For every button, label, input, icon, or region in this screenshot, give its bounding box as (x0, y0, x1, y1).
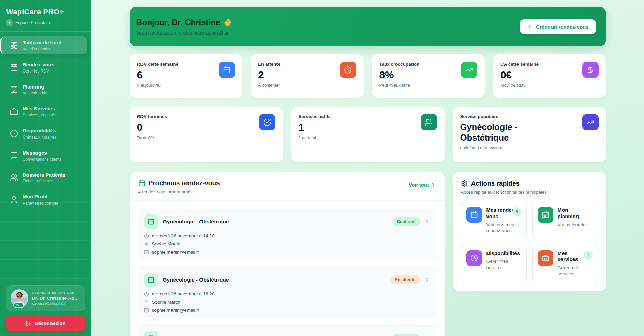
stat-sub: undefined réservations (460, 146, 549, 150)
stat-sub: 0 aujourd'hui (137, 83, 179, 88)
stat-sub: Taux: 0% (137, 135, 167, 140)
sidebar-item-mon-profil[interactable]: Mon ProfilParamètres compte (6, 191, 85, 209)
app-logo: WapiCare PRO+ + Espace Prestataire (6, 7, 85, 26)
mail-icon (144, 308, 149, 313)
stat-label: CA cette semaine (500, 62, 539, 67)
doctor-badge: Dr. (13, 302, 24, 308)
appointment-service: Gynécologie - Obstétrique (163, 277, 391, 283)
stat-value: 2 (258, 69, 280, 81)
stat-value: 6 (137, 69, 179, 81)
nav-label: Rendez-vous (23, 62, 54, 68)
create-appointment-button[interactable]: Créer un rendez-vous (520, 19, 596, 34)
chevron-right-icon (424, 277, 430, 283)
main-content: Bonjour, Dr. Christine Vous n'avez aucun… (91, 0, 644, 336)
sidebar-item-rendez-vous[interactable]: Rendez-vousGérer les RDV (6, 59, 85, 77)
stat-card-services-actifs: Services actifs 1 1 au total (291, 107, 445, 162)
quick-actions-title: Actions rapides (471, 180, 520, 187)
nav-sublabel: Paramètres compte (23, 201, 58, 206)
sidebar-item-planning[interactable]: PlanningVue calendrier (6, 81, 85, 99)
calendar-icon (144, 331, 158, 336)
appointments-list: Gynécologie - Obstétrique Confirmé mercr… (130, 201, 445, 336)
quick-action-subtitle: Vue calendrier (558, 222, 589, 228)
quick-actions-grid: Mes rendez-vousVoir tous mes rendez-vous… (461, 202, 598, 282)
stat-label: En attente (258, 62, 280, 67)
count-badge: 6 (512, 207, 522, 217)
appointments-subtitle: 4 rendez-vous programmés (138, 189, 220, 194)
appointment-patient: Sophie Martin (152, 241, 180, 246)
stats-row-2: RDV terminés 0 Taux: 0% Services actifs … (130, 107, 606, 162)
appointment-datetime: mercredi 26 novembre à 16:20 (152, 291, 215, 297)
sidebar-item-dossiers-patients[interactable]: Dossiers PatientsFiches médicales (6, 169, 85, 187)
logo-plus: + (60, 7, 64, 16)
chevron-right-icon (430, 182, 436, 188)
trending-up-icon (461, 62, 477, 78)
nav-label: Tableau de bord (23, 39, 62, 46)
workspace-plus-icon: + (6, 19, 13, 26)
appointment-item[interactable]: Gynécologie - Obstétrique En attente mer… (138, 267, 436, 318)
dashboard-icon (10, 41, 18, 49)
check-circle-icon (259, 114, 275, 130)
quick-action-mon-planning[interactable]: Mon planningVue calendrier (532, 202, 598, 239)
wave-emoji-icon (222, 17, 233, 28)
stat-label: RDV terminés (137, 114, 167, 119)
calendar-icon (219, 62, 235, 78)
clock-icon (466, 250, 482, 266)
trending-up-icon (582, 114, 599, 130)
users-icon (10, 174, 18, 182)
logout-button[interactable]: Déconnexion (6, 316, 85, 331)
nav-sublabel: Fiches médicales (23, 179, 65, 183)
sidebar-item-disponibilites[interactable]: DisponibilitésCréneaux horaires (6, 125, 85, 143)
briefcase-icon (538, 250, 553, 266)
users-icon (421, 114, 437, 130)
quick-action-mes-rendez-vous[interactable]: Mes rendez-vousVoir tous mes rendez-vous… (461, 202, 527, 239)
calendar-icon (144, 273, 158, 287)
status-badge: Confirmé (392, 334, 420, 336)
user-icon (144, 300, 149, 305)
quick-action-mes-services[interactable]: Mes servicesGérer mes services 1 (532, 245, 598, 283)
quick-action-subtitle: Voir tous mes rendez-vous (486, 222, 521, 234)
user-name: Dr. Dr. Christine Rou... (32, 295, 81, 301)
nav-sublabel: Vue d'ensemble (23, 47, 62, 51)
user-icon (10, 196, 18, 204)
count-badge: 1 (584, 251, 593, 260)
appointment-item[interactable]: Gynécologie - Obstétrique Confirmé (138, 325, 436, 336)
status-badge: En attente (390, 275, 420, 284)
dollar-icon (582, 62, 599, 78)
appointment-item[interactable]: Gynécologie - Obstétrique Confirmé mercr… (138, 209, 436, 260)
stat-card-taux-occupation: Taux d'occupation 8% Peut mieux faire (372, 54, 485, 98)
greeting-banner: Bonjour, Dr. Christine Vous n'avez aucun… (130, 7, 606, 46)
quick-action-title: Disponibilités (486, 250, 518, 257)
calendar-icon (138, 180, 145, 187)
appointment-email: sophie.martin@email.fr (152, 250, 199, 255)
stats-row-1: RDV cette semaine 6 0 aujourd'hui En att… (130, 54, 606, 98)
stat-sub: 1 au total (299, 135, 331, 140)
greeting-text: Bonjour, Dr. Christine (136, 18, 221, 27)
connected-as-label: CONNECTÉ EN TANT QUE (32, 291, 81, 294)
workspace-label: Espace Prestataire (15, 20, 51, 25)
nav-sublabel: Créneaux horaires (23, 135, 56, 140)
sidebar-item-mes-services[interactable]: Mes ServicesServices proposés (6, 102, 85, 121)
nav-sublabel: Services proposés (23, 113, 56, 117)
quick-action-disponibilites[interactable]: DisponibilitésGérer mes horaires (461, 245, 527, 283)
stat-label: Services actifs (299, 114, 331, 119)
sidebar-item-tableau-de-bord[interactable]: Tableau de bordVue d'ensemble (0, 36, 87, 54)
clock-icon (10, 129, 18, 138)
nav-sublabel: Vue calendrier (23, 91, 49, 95)
stat-label: Service populaire (460, 114, 549, 119)
stat-value: 0€ (500, 69, 539, 81)
user-icon (144, 241, 149, 246)
mail-icon (144, 250, 149, 255)
view-all-link[interactable]: Voir tout (409, 182, 436, 188)
chevron-right-icon (424, 219, 430, 225)
appointment-service: Gynécologie - Obstétrique (163, 219, 392, 225)
briefcase-icon (10, 108, 18, 116)
clock-icon (144, 291, 149, 297)
nav-sublabel: Gérer les RDV (23, 69, 54, 74)
nav-label: Messages (23, 150, 61, 156)
quick-action-subtitle: Gérer mes horaires (486, 258, 521, 270)
clock-icon (144, 233, 149, 238)
stat-sub: À confirmer (258, 83, 280, 88)
stat-value: 0 (137, 122, 167, 133)
stat-label: Taux d'occupation (379, 62, 420, 67)
sidebar-item-messages[interactable]: MessagesConversations clients (6, 147, 85, 165)
